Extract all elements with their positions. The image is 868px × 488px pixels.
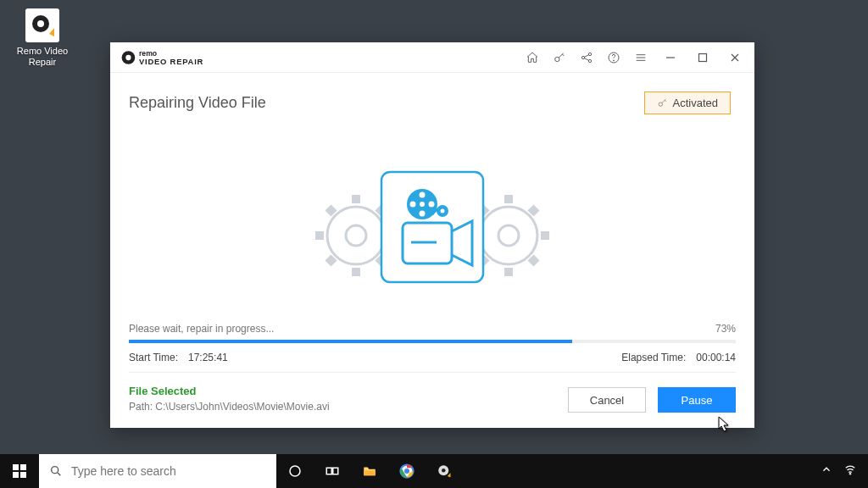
svg-point-21 bbox=[420, 211, 426, 217]
svg-point-31 bbox=[52, 467, 58, 474]
svg-rect-11 bbox=[699, 53, 707, 61]
svg-point-23 bbox=[429, 202, 435, 208]
home-icon[interactable] bbox=[524, 49, 541, 66]
desktop-shortcut-label: Remo VideoRepair bbox=[17, 46, 68, 68]
tray-wifi-icon[interactable] bbox=[844, 463, 856, 479]
elapsed-time-value: 00:00:14 bbox=[696, 352, 736, 363]
remo-taskbar-icon[interactable] bbox=[426, 454, 463, 488]
menu-icon[interactable] bbox=[632, 49, 649, 66]
file-selected-label: File Selected bbox=[129, 385, 330, 397]
svg-point-12 bbox=[659, 103, 662, 106]
illustration bbox=[110, 123, 754, 323]
svg-point-20 bbox=[420, 192, 426, 198]
progress-area: Please wait, repair in progress... 73% S… bbox=[110, 323, 754, 373]
chrome-icon[interactable] bbox=[388, 454, 426, 488]
svg-point-24 bbox=[420, 202, 425, 207]
cancel-button[interactable]: Cancel bbox=[568, 387, 646, 413]
taskbar bbox=[0, 454, 868, 488]
svg-marker-41 bbox=[448, 473, 451, 477]
svg-point-32 bbox=[290, 466, 300, 476]
file-explorer-icon[interactable] bbox=[351, 454, 388, 488]
svg-point-13 bbox=[327, 207, 385, 264]
header-row: Repairing Video File Activated bbox=[110, 73, 754, 123]
svg-rect-35 bbox=[364, 470, 376, 475]
svg-rect-34 bbox=[333, 468, 338, 474]
svg-point-16 bbox=[498, 225, 519, 246]
titlebar-buttons bbox=[524, 49, 746, 66]
svg-rect-27 bbox=[13, 464, 19, 470]
taskbar-pinned bbox=[276, 454, 463, 488]
search-input[interactable] bbox=[71, 464, 266, 478]
page-title: Repairing Video File bbox=[129, 94, 266, 112]
file-path-prefix: Path: bbox=[129, 401, 155, 413]
key-small-icon bbox=[657, 97, 668, 108]
file-selected-block: File Selected Path: C:\Users\John\Videos… bbox=[129, 385, 330, 413]
minimize-button[interactable] bbox=[659, 49, 682, 66]
progress-percent: 73% bbox=[715, 323, 736, 335]
search-icon bbox=[49, 464, 63, 478]
svg-rect-29 bbox=[13, 472, 19, 478]
svg-point-6 bbox=[581, 56, 584, 58]
svg-point-4 bbox=[125, 54, 131, 59]
start-button[interactable] bbox=[0, 454, 39, 488]
taskview-icon[interactable] bbox=[314, 454, 351, 488]
desktop-shortcut-remo[interactable]: Remo VideoRepair bbox=[13, 8, 72, 68]
footer-buttons: Cancel Pause bbox=[568, 387, 736, 413]
svg-point-10 bbox=[614, 59, 615, 60]
footer-row: File Selected Path: C:\Users\John\Videos… bbox=[110, 373, 754, 428]
svg-point-40 bbox=[442, 469, 446, 473]
brand-logo: remo VIDEO REPAIR bbox=[120, 48, 227, 67]
svg-point-26 bbox=[441, 209, 445, 214]
maximize-button[interactable] bbox=[692, 49, 714, 66]
svg-rect-17 bbox=[381, 172, 483, 282]
cursor-icon bbox=[714, 415, 731, 439]
titlebar: remo VIDEO REPAIR bbox=[110, 42, 754, 73]
help-icon[interactable] bbox=[605, 49, 622, 66]
activated-label: Activated bbox=[673, 97, 718, 109]
file-path-value: C:\Users\John\Videos\Movie\Movie.avi bbox=[155, 401, 329, 413]
svg-rect-30 bbox=[20, 472, 26, 478]
pause-button[interactable]: Pause bbox=[658, 387, 736, 413]
system-tray bbox=[809, 454, 868, 488]
svg-rect-28 bbox=[20, 464, 26, 470]
svg-marker-2 bbox=[49, 28, 54, 36]
svg-point-7 bbox=[588, 53, 591, 55]
svg-point-15 bbox=[480, 207, 537, 264]
start-time-value: 17:25:41 bbox=[188, 352, 228, 363]
svg-point-1 bbox=[37, 20, 44, 27]
progress-bar bbox=[129, 340, 736, 343]
tray-chevron-icon[interactable] bbox=[821, 463, 832, 479]
start-time-label: Start Time: bbox=[129, 352, 178, 363]
elapsed-time-label: Elapsed Time: bbox=[621, 352, 686, 363]
progress-bar-fill bbox=[129, 340, 572, 343]
svg-point-14 bbox=[346, 225, 366, 246]
svg-point-5 bbox=[555, 57, 559, 61]
share-icon[interactable] bbox=[578, 49, 595, 66]
svg-point-42 bbox=[849, 473, 851, 474]
svg-point-38 bbox=[404, 469, 409, 474]
taskbar-search[interactable] bbox=[39, 454, 276, 488]
close-button[interactable] bbox=[724, 49, 746, 66]
svg-point-22 bbox=[410, 202, 416, 208]
svg-rect-33 bbox=[326, 468, 331, 474]
cortana-icon[interactable] bbox=[276, 454, 314, 488]
svg-point-8 bbox=[588, 59, 591, 62]
brand-line2: VIDEO REPAIR bbox=[139, 56, 203, 65]
progress-wait-text: Please wait, repair in progress... bbox=[129, 323, 274, 335]
remo-app-icon bbox=[25, 8, 59, 42]
activated-badge[interactable]: Activated bbox=[644, 92, 731, 114]
app-window: remo VIDEO REPAIR Repairing Video File A… bbox=[110, 42, 754, 428]
key-icon[interactable] bbox=[551, 49, 568, 66]
